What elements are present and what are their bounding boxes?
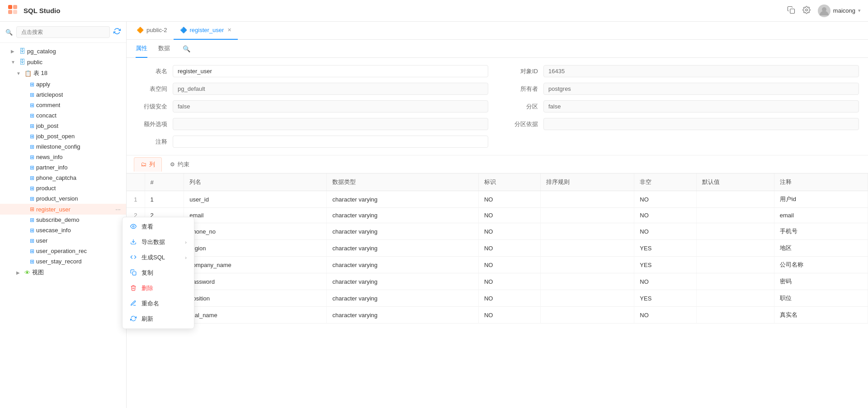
table-tab-columns[interactable]: 🗂 列	[134, 157, 162, 172]
input-partition-by[interactable]	[543, 118, 859, 130]
sidebar-item-milestone_config[interactable]: ▶ ⊞ milestone_config	[0, 141, 126, 152]
form-row-oid: 对象ID	[506, 65, 859, 77]
columns-table-scroll[interactable]: # 列名 数据类型 标识 排序规则 非空 默认值 注释 1	[127, 174, 868, 408]
table-row[interactable]: 2 2 email character varying NO NO email	[127, 208, 868, 223]
search-icon-subtab[interactable]: 🔍	[183, 45, 190, 52]
input-extra[interactable]	[173, 118, 488, 130]
refresh-icon[interactable]	[113, 28, 121, 37]
input-rls[interactable]	[173, 100, 488, 113]
table-icon: ⊞	[30, 196, 34, 202]
ctx-delete[interactable]: 删除	[123, 281, 194, 296]
cell-notnull: YES	[634, 290, 696, 307]
tab-icon-register: 🔷	[180, 27, 187, 33]
input-comment[interactable]	[173, 136, 488, 148]
sidebar-item-concact[interactable]: ▶ ⊞ concact	[0, 110, 126, 121]
table-row[interactable]: 6 6 password character varying NO NO 密码	[127, 273, 868, 290]
cell-default	[696, 273, 774, 290]
header: SQL Studio maicong ▾	[0, 0, 868, 22]
sidebar-item-user_operation_rec[interactable]: ▶ ⊞ user_operation_rec	[0, 246, 126, 256]
ctx-generate-sql-arrow: ›	[185, 255, 187, 260]
cell-notnull: NO	[634, 307, 696, 324]
th-identity: 标识	[478, 174, 540, 191]
svg-rect-3	[13, 10, 17, 14]
ctx-generate-sql[interactable]: 生成SQL ›	[123, 250, 194, 265]
table-row[interactable]: 8 8 real_name character varying NO NO 真实…	[127, 307, 868, 324]
export-icon	[130, 239, 137, 246]
sidebar-item-user_stay_record[interactable]: ▶ ⊞ user_stay_record	[0, 256, 126, 267]
ctx-copy-label: 复制	[142, 269, 153, 277]
tab-public-2[interactable]: 🔶 public-2	[130, 22, 174, 40]
sidebar-item-user[interactable]: ▶ ⊞ user	[0, 235, 126, 246]
sidebar-item-public[interactable]: ▼ 🗄 public	[0, 56, 126, 67]
sidebar-item-product_version[interactable]: ▶ ⊞ product_version	[0, 193, 126, 204]
ctx-export[interactable]: 导出数据 ›	[123, 234, 194, 250]
user-dropdown-icon: ▾	[858, 8, 861, 14]
tree-item-label: register_user	[36, 206, 71, 213]
table-folder-icon: 📋	[24, 70, 32, 77]
table-row[interactable]: 3 3 phone_no character varying NO NO 手机号	[127, 223, 868, 240]
cell-datatype: character varying	[327, 307, 479, 324]
table-row[interactable]: 7 7 position character varying NO YES 职位	[127, 290, 868, 307]
sub-tab-data[interactable]: 数据	[158, 40, 170, 58]
cell-identity: NO	[478, 223, 540, 240]
sidebar-item-partner_info[interactable]: ▶ ⊞ partner_info	[0, 162, 126, 173]
sidebar-item-job_post_open[interactable]: ▶ ⊞ job_post_open	[0, 131, 126, 141]
tree-item-label: news_info	[36, 154, 63, 160]
tab-close-register[interactable]: ✕	[227, 27, 231, 33]
settings-icon[interactable]	[802, 6, 811, 16]
input-owner[interactable]	[543, 83, 859, 95]
search-input[interactable]	[16, 26, 110, 38]
constraint-tab-label: 约束	[178, 160, 189, 169]
svg-rect-2	[8, 10, 12, 14]
label-tablespace: 表空间	[136, 85, 167, 93]
sidebar-item-news_info[interactable]: ▶ ⊞ news_info	[0, 152, 126, 162]
tree-item-label: pg_catalog	[27, 48, 56, 55]
cell-identity: NO	[478, 290, 540, 307]
input-partition[interactable]	[543, 100, 859, 113]
table-tab-constraints[interactable]: ⚙ 约束	[164, 158, 196, 171]
copy-icon[interactable]	[787, 6, 795, 16]
sidebar-item-tables[interactable]: ▼ 📋 表 18	[0, 67, 126, 79]
ctx-refresh-label: 刷新	[142, 315, 153, 323]
tab-register_user[interactable]: 🔷 register_user ✕	[174, 22, 238, 40]
generate-sql-icon	[130, 254, 137, 262]
more-icon[interactable]: ···	[115, 206, 121, 213]
input-tablename[interactable]	[173, 65, 488, 77]
label-owner: 所有者	[506, 85, 538, 93]
ctx-copy[interactable]: 复制	[123, 265, 194, 281]
table-row[interactable]: 4 4 region character varying NO YES 地区	[127, 240, 868, 257]
label-comment: 注释	[136, 138, 167, 146]
sidebar-item-apply[interactable]: ▶ ⊞ apply	[0, 79, 126, 89]
ctx-rename[interactable]: 重命名	[123, 296, 194, 311]
sidebar-item-comment[interactable]: ▶ ⊞ comment	[0, 100, 126, 110]
table-row[interactable]: 5 5 company_name character varying NO YE…	[127, 257, 868, 273]
sidebar-item-subscribe_demo[interactable]: ▶ ⊞ subscribe_demo	[0, 215, 126, 225]
sidebar-item-phone_captcha[interactable]: ▶ ⊞ phone_captcha	[0, 173, 126, 183]
table-icon: ⊞	[30, 175, 34, 181]
user-menu[interactable]: maicong ▾	[818, 5, 861, 17]
cell-notnull: YES	[634, 240, 696, 257]
sidebar-item-usecase_info[interactable]: ▶ ⊞ usecase_info	[0, 225, 126, 235]
sidebar-item-articlepost[interactable]: ▶ ⊞ articlepost	[0, 89, 126, 100]
cell-comment: 公司名称	[774, 257, 868, 273]
tree-item-label: partner_info	[36, 164, 67, 171]
ctx-refresh[interactable]: 刷新	[123, 311, 194, 327]
label-oid: 对象ID	[506, 67, 538, 75]
tree-item-label: apply	[36, 81, 50, 88]
table-icon: ⊞	[30, 154, 34, 160]
table-row[interactable]: 1 1 user_id character varying NO NO 用户id	[127, 191, 868, 208]
ctx-view[interactable]: 查看	[123, 219, 194, 234]
sidebar-item-pg_catalog[interactable]: ▶ 🗄 pg_catalog	[0, 46, 126, 56]
table-icon: ⊞	[30, 185, 34, 192]
cell-identity: NO	[478, 208, 540, 223]
sub-tab-properties[interactable]: 属性	[136, 40, 147, 58]
sidebar-item-views[interactable]: ▶ 👁 视图	[0, 267, 126, 278]
sidebar-item-product[interactable]: ▶ ⊞ product	[0, 183, 126, 193]
input-oid[interactable]	[543, 65, 859, 77]
sidebar-item-register_user[interactable]: ▶ ⊞ register_user ···	[0, 204, 126, 215]
input-tablespace[interactable]	[173, 83, 488, 95]
content-panel: 属性 数据 🔍 表名 表空间	[127, 40, 868, 408]
sidebar-item-job_post[interactable]: ▶ ⊞ job_post	[0, 121, 126, 131]
tree-item-label: 表 18	[33, 69, 47, 77]
svg-rect-9	[132, 272, 136, 275]
